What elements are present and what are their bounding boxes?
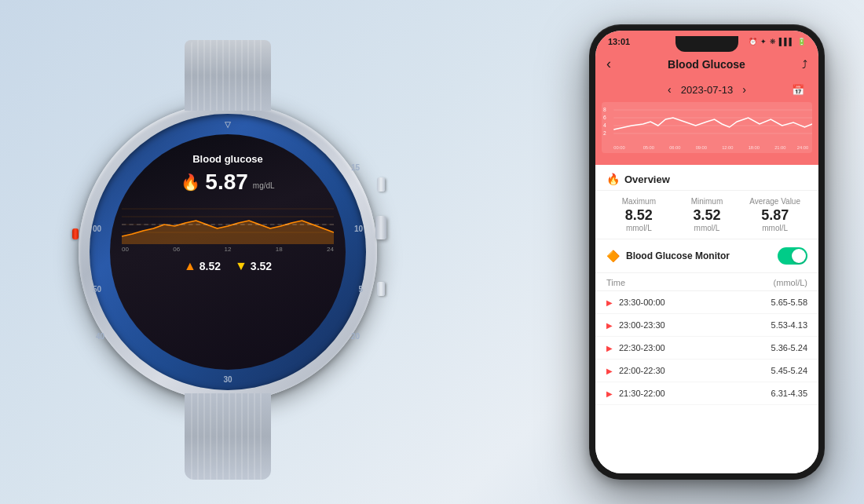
svg-text:18:00: 18:00: [749, 145, 760, 150]
overview-title: Overview: [624, 173, 670, 185]
row-play-icon: ▶: [606, 298, 613, 307]
battery-icon: 🔋: [797, 38, 806, 46]
stat-max-value: 8.52: [625, 207, 653, 224]
watch-container: ▽ 15 10 5 20 30 40 50 00 Blood glucose 🔥…: [24, 24, 432, 480]
stat-min-label: Minimum: [691, 197, 723, 206]
watch-chart: [122, 201, 334, 244]
table-row: ▶ 22:30-23:00 5.36-5.24: [595, 337, 818, 360]
monitor-label: Blood Glucose Monitor: [626, 250, 730, 261]
row-left: ▶ 23:30-00:00: [606, 298, 665, 307]
toggle-knob: [792, 249, 806, 263]
app-header: ‹ Blood Glucose ⤴: [595, 51, 818, 80]
wifi-icon: ❋: [770, 38, 776, 46]
calendar-button[interactable]: 📅: [792, 84, 804, 96]
row-value-0: 5.65-5.58: [771, 298, 807, 307]
date-nav: ‹ 2023-07-13 › 📅: [595, 80, 818, 102]
prev-date-button[interactable]: ‹: [668, 83, 672, 96]
current-date: 2023-07-13: [681, 84, 734, 96]
stat-minimum: Minimum 3.52 mmol/L: [675, 197, 740, 232]
alarm-icon: ⏰: [749, 38, 757, 46]
svg-text:00:00: 00:00: [613, 145, 625, 150]
watch-unit: mg/dL: [253, 181, 275, 190]
watch-arrow-down-icon: ▼: [235, 259, 247, 273]
stat-avg-label: Average Value: [749, 197, 800, 206]
overview-flame-icon: 🔥: [606, 173, 620, 185]
svg-text:09:00: 09:00: [696, 145, 708, 150]
watch-screen: Blood glucose 🔥 5.87 mg/dL: [110, 134, 346, 370]
row-value-1: 5.53-4.13: [771, 320, 807, 330]
watch-glucose-value: 5.87: [205, 170, 248, 195]
svg-text:6: 6: [603, 115, 606, 120]
header-title: Blood Glucose: [668, 58, 745, 71]
bezel-label-15: 15: [351, 163, 360, 172]
watch-red-button: [72, 228, 79, 239]
share-button[interactable]: ⤴: [802, 58, 807, 71]
stat-avg-unit: mmol/L: [762, 224, 788, 232]
table-row: ▶ 23:30-00:00 5.65-5.58: [595, 291, 818, 314]
monitor-toggle[interactable]: [778, 247, 807, 265]
monitor-left: 🔶 Blood Glucose Monitor: [606, 250, 730, 262]
table-row: ▶ 23:00-23:30 5.53-4.13: [595, 314, 818, 337]
svg-text:2: 2: [603, 130, 606, 136]
svg-text:21:00: 21:00: [774, 145, 786, 150]
row-value-2: 5.36-5.24: [771, 343, 807, 352]
stat-min-unit: mmol/L: [694, 224, 720, 232]
bezel-label-5: 5: [358, 285, 363, 294]
bezel-label-top: ▽: [225, 120, 231, 129]
row-time-4: 21:30-22:00: [619, 389, 665, 398]
stat-max-unit: mmol/L: [626, 224, 652, 232]
bezel-label-50: 50: [93, 285, 101, 294]
next-date-button[interactable]: ›: [742, 83, 746, 96]
stat-min-value: 3.52: [693, 207, 720, 224]
row-time-2: 22:30-23:00: [619, 343, 665, 352]
stat-max-label: Maximum: [622, 197, 656, 206]
table-header: Time (mmol/L): [595, 273, 818, 291]
row-left: ▶ 21:30-22:00: [606, 389, 665, 398]
watch-stats-row: ▲ 8.52 ▼ 3.52: [184, 259, 272, 273]
bezel-label-40: 40: [96, 332, 104, 341]
watch-time-0: 00: [122, 246, 129, 253]
scene: ▽ 15 10 5 20 30 40 50 00 Blood glucose 🔥…: [0, 0, 864, 504]
svg-text:24:00: 24:00: [797, 145, 809, 150]
bezel-label-00: 00: [93, 225, 101, 233]
watch-time-axis: 00 06 12 18 24: [122, 246, 334, 253]
col-unit-header: (mmol/L): [774, 278, 807, 287]
svg-text:05:00: 05:00: [643, 145, 655, 150]
overview-header: 🔥 Overview: [595, 165, 818, 191]
row-time-0: 23:30-00:00: [619, 298, 665, 307]
bluetooth-icon: ✦: [760, 38, 767, 46]
status-icons: ⏰ ✦ ❋ ▌▌▌ 🔋: [749, 38, 806, 46]
phone-screen: 13:01 ⏰ ✦ ❋ ▌▌▌ 🔋 ‹ Blood Glucose ⤴: [595, 31, 818, 473]
bezel-label-30: 30: [223, 375, 232, 384]
svg-text:4: 4: [603, 122, 606, 128]
row-left: ▶ 22:30-23:00: [606, 343, 665, 352]
stat-maximum: Maximum 8.52 mmol/L: [606, 197, 672, 232]
watch-stat-max: ▲ 8.52: [184, 259, 221, 273]
row-play-icon: ▶: [606, 321, 613, 330]
watch-time-6: 06: [173, 246, 180, 253]
watch-crown: [375, 216, 386, 239]
row-value-4: 6.31-4.35: [771, 389, 807, 398]
stat-average: Average Value 5.87 mmol/L: [742, 197, 807, 232]
row-left: ▶ 23:00-23:30: [606, 320, 665, 330]
stat-avg-value: 5.87: [761, 207, 789, 224]
watch-button-top: [377, 177, 385, 192]
bezel-label-20: 20: [351, 332, 360, 341]
row-value-3: 5.45-5.24: [771, 366, 807, 375]
phone-body: 13:01 ⏰ ✦ ❋ ▌▌▌ 🔋 ‹ Blood Glucose ⤴: [589, 24, 825, 480]
watch-max-value: 8.52: [200, 260, 221, 272]
svg-text:8: 8: [603, 107, 606, 112]
svg-text:12:00: 12:00: [722, 145, 734, 150]
signal-icon: ▌▌▌: [779, 38, 794, 46]
col-time-header: Time: [606, 278, 625, 287]
phone-notch: [675, 36, 738, 52]
stats-grid: Maximum 8.52 mmol/L Minimum 3.52 mmol/L …: [595, 191, 818, 239]
svg-text:06:00: 06:00: [669, 145, 681, 150]
watch-band-bottom: [185, 393, 271, 480]
bezel-label-10: 10: [354, 225, 363, 233]
back-button[interactable]: ‹: [606, 56, 611, 72]
table-row: ▶ 22:00-22:30 5.45-5.24: [595, 360, 818, 382]
watch-time-24: 24: [327, 246, 334, 253]
status-time: 13:01: [608, 37, 630, 46]
blood-glucose-chart: 8 6 4 2 00:00 05:00 06:0: [595, 102, 818, 165]
